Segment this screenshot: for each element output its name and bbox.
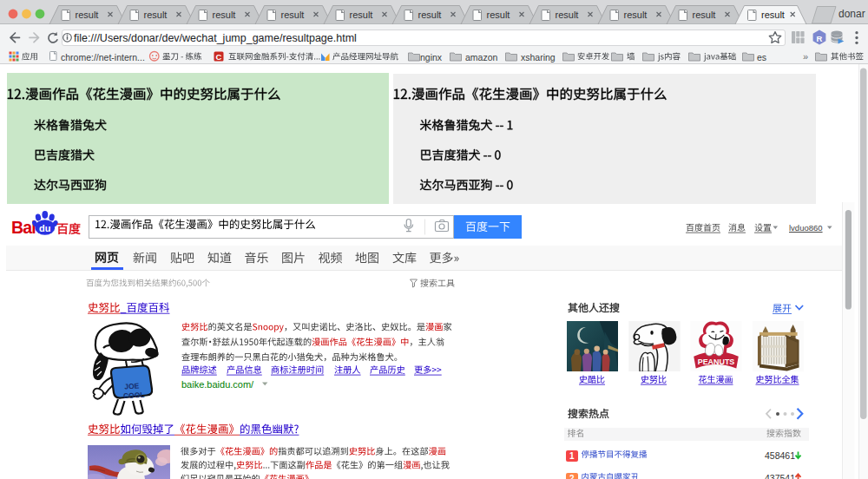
svg-text:result: result xyxy=(487,10,510,20)
svg-text:result: result xyxy=(693,10,716,20)
svg-text:result: result xyxy=(761,10,785,20)
svg-text:COOL: COOL xyxy=(123,390,145,400)
svg-text:JOE: JOE xyxy=(124,381,140,390)
svg-text:result: result xyxy=(281,10,305,20)
svg-text:result: result xyxy=(350,10,373,20)
svg-text:du: du xyxy=(39,223,50,233)
svg-text:result: result xyxy=(624,10,648,20)
svg-text:result: result xyxy=(144,10,168,20)
svg-text:PEANUTS: PEANUTS xyxy=(697,357,734,365)
svg-text:result: result xyxy=(76,10,99,20)
svg-text:result: result xyxy=(556,10,579,20)
svg-text:donar: donar xyxy=(838,8,865,20)
svg-text:result: result xyxy=(418,10,442,20)
svg-text:result: result xyxy=(213,10,236,20)
